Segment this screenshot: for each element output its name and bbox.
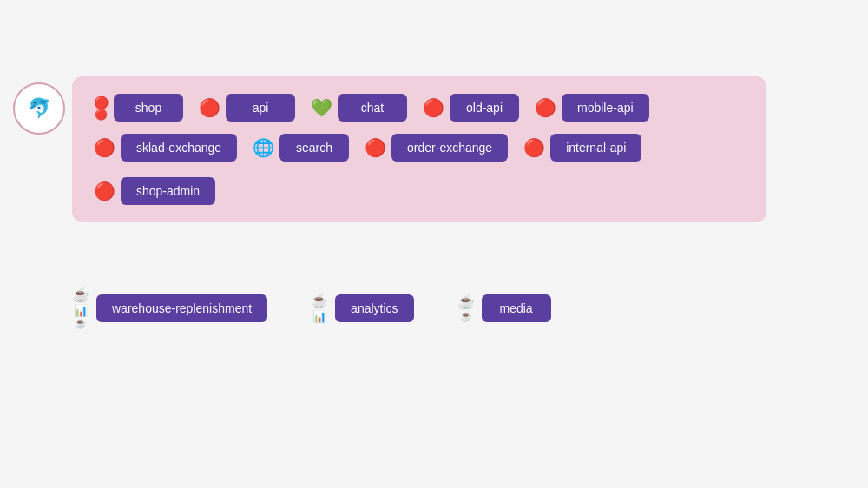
mysql-logo: 🐬 [13,82,65,135]
search-icon: 🌐 [253,139,274,156]
media-button[interactable]: media [482,294,551,322]
api-button[interactable]: api [226,94,295,122]
shop-admin-button[interactable]: shop-admin [121,177,215,205]
service-item-order-exchange: 🔴 order-exchange [365,134,508,162]
service-item-chat: 💚 chat [311,94,407,122]
bottom-services-container: ☕ 📊 ☕ warehouse-replenishment ☕ 📊 analyt… [72,287,551,329]
shop-icon: 🔴 🔴 [94,96,108,120]
shop-button[interactable]: shop [114,94,183,122]
service-row-1: 🔴 🔴 shop 🔴 api 💚 chat 🔴 old-api 🔴 mobile… [94,94,745,122]
mobile-api-button[interactable]: mobile-api [562,94,649,122]
service-item-shop: 🔴 🔴 shop [94,94,183,122]
service-item-old-api: 🔴 old-api [423,94,519,122]
top-services-container: 🔴 🔴 shop 🔴 api 💚 chat 🔴 old-api 🔴 mobile… [72,76,766,222]
service-item-sklad-exchange: 🔴 sklad-exchange [94,134,237,162]
old-api-icon: 🔴 [423,99,444,116]
order-exchange-icon: 🔴 [365,139,386,156]
service-item-mobile-api: 🔴 mobile-api [535,94,649,122]
search-button[interactable]: search [279,134,349,162]
analytics-icon: ☕ 📊 [311,293,328,323]
warehouse-replenishment-icon: ☕ 📊 ☕ [72,287,89,329]
service-item-shop-admin: 🔴 shop-admin [94,177,215,205]
sklad-exchange-icon: 🔴 [94,139,115,156]
service-item-analytics: ☕ 📊 analytics [311,293,413,323]
service-item-internal-api: 🔴 internal-api [523,134,641,162]
logo-icon: 🐬 [28,97,51,120]
old-api-button[interactable]: old-api [450,94,519,122]
service-item-search: 🌐 search [253,134,349,162]
analytics-button[interactable]: analytics [335,294,413,322]
service-row-2: 🔴 sklad-exchange 🌐 search 🔴 order-exchan… [94,134,745,205]
api-icon: 🔴 [199,99,220,116]
chat-icon: 💚 [311,99,332,116]
order-exchange-button[interactable]: order-exchange [391,134,508,162]
service-item-media: ☕ ☕ media [457,293,551,322]
sklad-exchange-button[interactable]: sklad-exchange [121,134,237,162]
warehouse-replenishment-button[interactable]: warehouse-replenishment [96,294,267,322]
internal-api-icon: 🔴 [523,139,545,156]
service-item-api: 🔴 api [199,94,295,122]
internal-api-button[interactable]: internal-api [550,134,641,162]
chat-button[interactable]: chat [338,94,407,122]
mobile-api-icon: 🔴 [535,99,556,116]
media-icon: ☕ ☕ [457,293,475,322]
service-item-warehouse-replenishment: ☕ 📊 ☕ warehouse-replenishment [72,287,267,329]
shop-admin-icon: 🔴 [94,182,115,200]
